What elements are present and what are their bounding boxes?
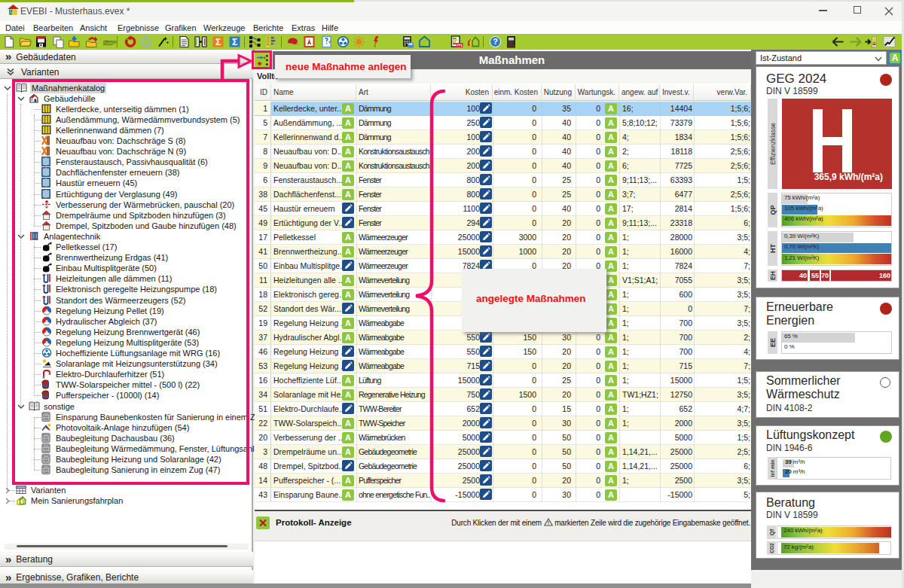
svg-text:Σ: Σ	[215, 37, 221, 47]
svg-text:Effizienzklasse: Effizienzklasse	[769, 123, 777, 165]
svg-text:?: ?	[493, 37, 498, 46]
svg-text:HT: HT	[769, 244, 777, 253]
svg-text:Qf: Qf	[768, 529, 775, 535]
svg-text:Σ: Σ	[232, 37, 237, 47]
svg-text:inf min: inf min	[770, 460, 775, 477]
svg-text:EE: EE	[769, 338, 777, 347]
svg-text:EH: EH	[769, 271, 777, 280]
svg-text:QP: QP	[769, 205, 777, 215]
svg-text:CO2: CO2	[769, 543, 774, 553]
